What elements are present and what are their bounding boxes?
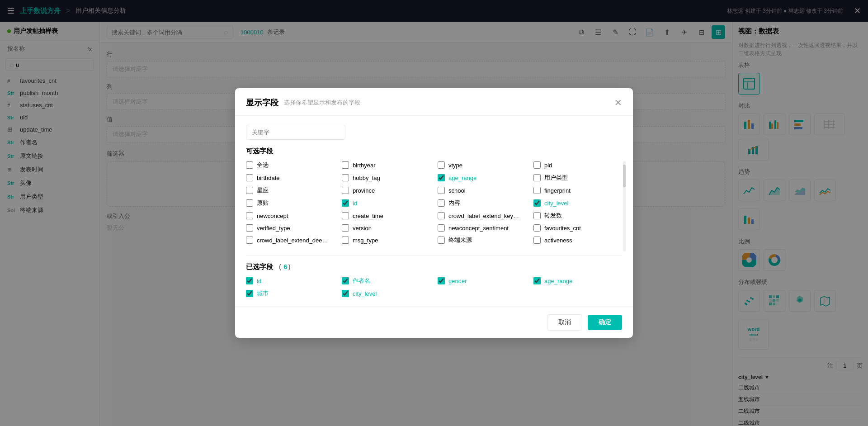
- field-check-fav-cnt[interactable]: [533, 224, 541, 232]
- modal: 显示字段 选择你希望显示和发布的字段 ✕ 可选字段 全选 birthyear: [235, 88, 633, 338]
- field-checkbox-checked[interactable]: age_range: [438, 174, 526, 182]
- field-check-yuantie[interactable]: [246, 199, 253, 207]
- selected-field-author[interactable]: 作者名: [342, 277, 430, 285]
- field-check-school[interactable]: [438, 187, 445, 194]
- field-checkbox[interactable]: province: [342, 186, 430, 194]
- selected-check-gender[interactable]: [438, 277, 445, 284]
- field-label: hobby_tag: [353, 175, 380, 181]
- field-label: city_level: [544, 200, 568, 207]
- modal-header-left: 显示字段 选择你希望显示和发布的字段: [246, 97, 360, 108]
- field-checkbox[interactable]: 星座: [246, 186, 335, 194]
- field-label: 内容: [448, 199, 460, 207]
- selected-label: 作者名: [353, 277, 370, 285]
- field-checkbox[interactable]: newconcept: [246, 212, 335, 220]
- field-check-version[interactable]: [342, 224, 349, 232]
- field-checkbox[interactable]: birthdate: [246, 174, 335, 182]
- modal-title: 显示字段: [246, 97, 278, 108]
- field-checkbox[interactable]: birthyear: [342, 161, 430, 169]
- field-label: newconcept: [257, 213, 288, 219]
- field-check-id[interactable]: [342, 199, 349, 207]
- field-check-birthyear[interactable]: [342, 161, 349, 169]
- field-check-birthdate[interactable]: [246, 174, 253, 181]
- field-label: 用户类型: [544, 174, 568, 182]
- cancel-button[interactable]: 取消: [547, 314, 582, 331]
- field-checkbox-checked[interactable]: city_level: [533, 199, 622, 207]
- selected-field-id[interactable]: id: [246, 277, 335, 285]
- field-check-zhuanfa[interactable]: [533, 212, 541, 219]
- field-label: vtype: [448, 162, 462, 169]
- field-check-msg-type[interactable]: [342, 237, 349, 244]
- field-check-fingerprint[interactable]: [533, 187, 541, 194]
- field-checkbox-select-all[interactable]: 全选: [246, 161, 335, 169]
- field-checkbox[interactable]: 终端来源: [438, 236, 526, 244]
- field-check-xingzuo[interactable]: [246, 187, 253, 194]
- modal-search-input[interactable]: [246, 125, 345, 140]
- select-all-checkbox[interactable]: [246, 161, 253, 169]
- field-label: age_range: [448, 175, 476, 181]
- selected-label: 城市: [257, 289, 269, 298]
- field-checkbox[interactable]: crowd_label_extend_dee…: [246, 236, 335, 244]
- field-checkbox[interactable]: version: [342, 224, 430, 232]
- selected-label: city_level: [353, 290, 377, 297]
- field-check-newconcept[interactable]: [246, 212, 253, 219]
- field-check-user-type[interactable]: [533, 174, 541, 181]
- field-check-hobby-tag[interactable]: [342, 174, 349, 181]
- modal-footer: 取消 确定: [235, 307, 633, 338]
- available-section-label: 可选字段: [246, 147, 622, 156]
- field-check-sentiment[interactable]: [438, 224, 445, 232]
- field-check-city-level[interactable]: [533, 199, 541, 207]
- field-checkbox[interactable]: favourites_cnt: [533, 224, 622, 232]
- modal-close-button[interactable]: ✕: [614, 97, 622, 108]
- field-label: newconcept_sentiment: [448, 225, 509, 232]
- field-checkbox[interactable]: pid: [533, 161, 622, 169]
- selected-field-gender[interactable]: gender: [438, 277, 526, 285]
- field-checkbox[interactable]: 内容: [438, 199, 526, 207]
- field-checkbox[interactable]: crowd_label_extend_key…: [438, 212, 526, 220]
- field-check-create-time[interactable]: [342, 212, 349, 219]
- field-check-province[interactable]: [342, 187, 349, 194]
- field-check-crowd-key[interactable]: [438, 212, 445, 219]
- field-label: crowd_label_extend_key…: [448, 213, 519, 219]
- selected-count: 6: [283, 263, 287, 270]
- field-check-vtype[interactable]: [438, 161, 445, 169]
- field-checkbox[interactable]: 转发数: [533, 212, 622, 220]
- selected-check-city-level[interactable]: [342, 290, 349, 297]
- field-checkbox[interactable]: hobby_tag: [342, 174, 430, 182]
- field-checkbox-checked[interactable]: id: [342, 199, 430, 207]
- field-checkbox[interactable]: activeness: [533, 236, 622, 244]
- selected-field-city[interactable]: 城市: [246, 289, 335, 298]
- field-check-terminal[interactable]: [438, 237, 445, 244]
- field-check-age-range[interactable]: [438, 174, 445, 181]
- selected-field-city-level[interactable]: city_level: [342, 289, 430, 298]
- selected-field-age-range[interactable]: age_range: [533, 277, 622, 285]
- inner-scrollbar: [623, 161, 626, 251]
- field-label: 终端来源: [448, 236, 472, 244]
- modal-overlay: 显示字段 选择你希望显示和发布的字段 ✕ 可选字段 全选 birthyear: [0, 0, 868, 426]
- available-fields-container: 全选 birthyear vtype pid: [246, 161, 622, 244]
- field-label: id: [353, 200, 357, 207]
- selected-check-author[interactable]: [342, 277, 349, 284]
- field-checkbox[interactable]: create_time: [342, 212, 430, 220]
- field-checkbox[interactable]: msg_type: [342, 236, 430, 244]
- field-checkbox[interactable]: 原贴: [246, 199, 335, 207]
- selected-check-city[interactable]: [246, 290, 253, 297]
- field-label: birthyear: [353, 162, 376, 169]
- field-checkbox[interactable]: vtype: [438, 161, 526, 169]
- field-checkbox[interactable]: 用户类型: [533, 174, 622, 182]
- field-check-content[interactable]: [438, 199, 445, 207]
- selected-label: id: [257, 278, 261, 284]
- field-check-pid[interactable]: [533, 161, 541, 169]
- field-checkbox[interactable]: newconcept_sentiment: [438, 224, 526, 232]
- field-label: 转发数: [544, 212, 562, 220]
- field-label: school: [448, 187, 466, 194]
- selected-check-age-range[interactable]: [533, 277, 541, 284]
- field-check-crowd-dee[interactable]: [246, 237, 253, 244]
- confirm-button[interactable]: 确定: [588, 315, 622, 330]
- field-checkbox[interactable]: school: [438, 186, 526, 194]
- field-check-verified-type[interactable]: [246, 224, 253, 232]
- selected-section: 已选字段 （6） id 作者名 gender: [246, 255, 622, 298]
- field-check-activeness[interactable]: [533, 237, 541, 244]
- field-checkbox[interactable]: fingerprint: [533, 186, 622, 194]
- field-checkbox[interactable]: verified_type: [246, 224, 335, 232]
- selected-check-id[interactable]: [246, 277, 253, 284]
